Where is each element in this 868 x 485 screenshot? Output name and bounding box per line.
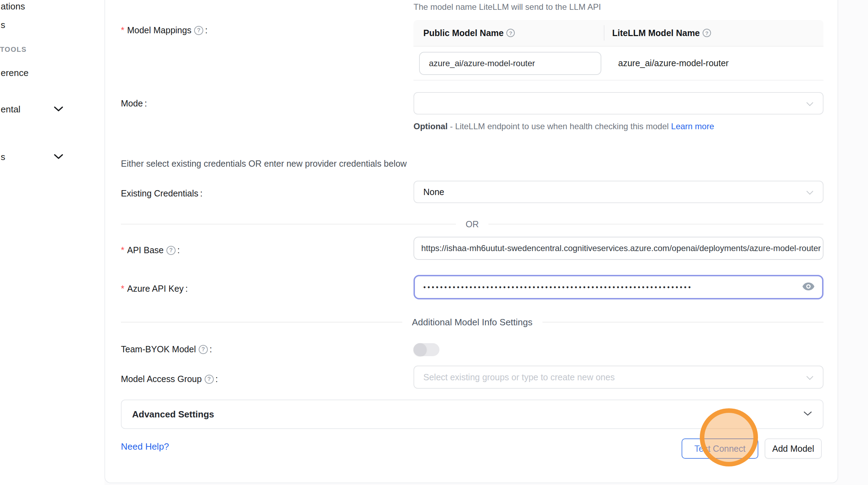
azure-api-key-label: * Azure API Key : xyxy=(121,284,188,294)
help-icon[interactable]: ? xyxy=(199,345,208,354)
add-model-button[interactable]: Add Model xyxy=(765,438,822,459)
credentials-note: Either select existing credentials OR en… xyxy=(121,159,407,169)
chevron-down-icon xyxy=(806,187,814,197)
select-placeholder: Select existing groups or type to create… xyxy=(423,372,615,382)
mode-hint: Optional - LiteLLM endpoint to use when … xyxy=(414,119,731,133)
click-highlight-circle xyxy=(700,408,758,466)
learn-more-link[interactable]: Learn more xyxy=(671,122,714,131)
help-icon[interactable]: ? xyxy=(205,375,214,384)
model-access-group-select[interactable]: Select existing groups or type to create… xyxy=(414,366,823,389)
chevron-down-icon xyxy=(806,372,814,382)
api-base-label: * API Base ? : xyxy=(121,245,180,255)
chevron-down-icon xyxy=(806,98,814,109)
need-help-link[interactable]: Need Help? xyxy=(121,441,169,452)
model-mappings-label: * Model Mappings ? : xyxy=(121,25,207,35)
eye-icon[interactable] xyxy=(802,282,814,292)
litellm-model-name-header: LiteLLM Model Name ? xyxy=(604,25,823,41)
model-name-hint: The model name LiteLLM will send to the … xyxy=(414,2,601,12)
required-asterisk: * xyxy=(121,284,124,294)
api-base-input[interactable]: https://ishaa-mh6uutut-swedencentral.cog… xyxy=(414,237,823,260)
table-header-row: Public Model Name ? LiteLLM Model Name ? xyxy=(414,20,823,47)
chevron-down-icon xyxy=(803,411,812,418)
azure-api-key-input[interactable]: ••••••••••••••••••••••••••••••••••••••••… xyxy=(414,275,823,299)
or-divider: OR xyxy=(121,217,823,231)
existing-credentials-label: Existing Credentials: xyxy=(121,188,203,199)
toggle-knob xyxy=(414,343,426,356)
additional-info-divider: Additional Model Info Settings xyxy=(121,315,823,329)
table-row: azure_ai/azure-model-router xyxy=(414,47,823,81)
model-access-group-label: Model Access Group ? : xyxy=(121,374,218,384)
help-icon[interactable]: ? xyxy=(194,26,203,35)
help-icon[interactable]: ? xyxy=(166,246,176,255)
help-icon[interactable]: ? xyxy=(703,29,711,37)
help-icon[interactable]: ? xyxy=(506,29,515,37)
mode-label: Mode: xyxy=(121,98,147,109)
existing-credentials-select[interactable]: None xyxy=(414,181,823,203)
litellm-model-name-value: azure_ai/azure-model-router xyxy=(618,58,729,68)
advanced-settings-title: Advanced Settings xyxy=(132,409,214,420)
required-asterisk: * xyxy=(121,25,124,35)
required-asterisk: * xyxy=(121,245,124,255)
masked-password-dots: ••••••••••••••••••••••••••••••••••••••••… xyxy=(423,283,746,291)
mode-select[interactable] xyxy=(414,92,823,115)
public-model-name-input[interactable] xyxy=(419,52,601,75)
model-mappings-table: Public Model Name ? LiteLLM Model Name ?… xyxy=(414,20,823,81)
public-model-name-header: Public Model Name ? xyxy=(414,28,604,38)
team-byok-toggle[interactable] xyxy=(414,343,439,356)
team-byok-label: Team-BYOK Model ? : xyxy=(121,344,212,354)
